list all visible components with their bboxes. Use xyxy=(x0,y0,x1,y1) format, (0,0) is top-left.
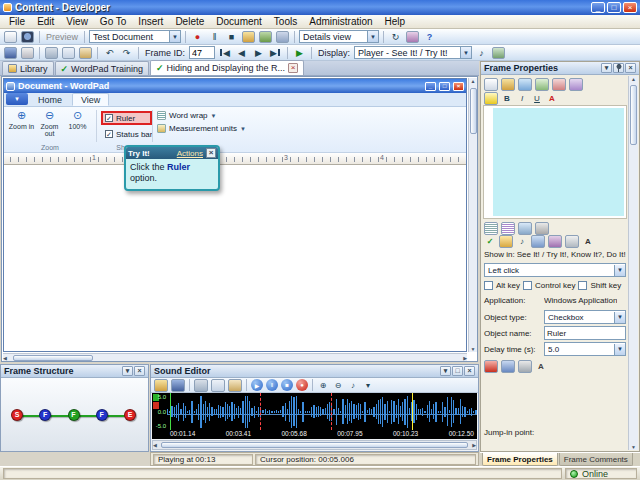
start-marker[interactable] xyxy=(170,393,171,430)
close-icon[interactable]: × xyxy=(453,82,464,91)
waveform-canvas[interactable]: 00:01.14 00:03.41 00:05.68 00:07.95 00:1… xyxy=(167,393,477,439)
play-icon[interactable]: ▶ xyxy=(292,46,307,60)
highlight-box-icon[interactable] xyxy=(552,78,566,91)
preview-button[interactable]: Preview xyxy=(44,32,80,42)
stage-horizontal-scrollbar[interactable]: ◀ ▶ xyxy=(3,353,467,361)
object-type-combo[interactable]: Checkbox ▼ xyxy=(544,310,626,324)
close-icon[interactable]: × xyxy=(464,366,475,376)
zoom-in-button[interactable]: ⊕ Zoom in xyxy=(8,108,35,137)
ribbon-tab-view[interactable]: View xyxy=(72,93,109,106)
zoom-in-icon[interactable]: ⊕ xyxy=(316,379,330,392)
font-color-icon[interactable]: A xyxy=(545,92,559,105)
volume-icon[interactable]: ♪ xyxy=(346,379,360,392)
record-sound-icon[interactable]: ● xyxy=(296,379,308,391)
mouse-icon[interactable] xyxy=(501,360,515,373)
scroll-left-icon[interactable]: ◀ xyxy=(153,442,157,448)
chevron-down-icon[interactable]: ▾ xyxy=(122,366,133,376)
help-icon[interactable]: ? xyxy=(422,30,437,44)
play-sound-icon[interactable]: ▶ xyxy=(251,379,263,391)
maximize-icon[interactable]: □ xyxy=(439,82,450,91)
properties-scrollbar[interactable]: ▲ ▼ xyxy=(628,76,638,450)
maximize-icon[interactable]: □ xyxy=(607,2,621,13)
record-icon[interactable]: ● xyxy=(190,30,205,44)
paste-icon[interactable] xyxy=(79,47,92,59)
paste-icon[interactable] xyxy=(228,379,242,392)
segment-marker[interactable] xyxy=(331,393,332,430)
close-icon[interactable]: × xyxy=(625,63,636,73)
display-combo[interactable]: Player - See It! / Try It! ▼ xyxy=(354,46,472,59)
scroll-up-icon[interactable]: ▲ xyxy=(631,76,636,82)
menu-tools[interactable]: Tools xyxy=(268,16,303,27)
image-box-icon[interactable] xyxy=(535,78,549,91)
underline-icon[interactable]: U xyxy=(530,92,544,105)
stop-sound-icon[interactable]: ■ xyxy=(281,379,293,391)
document-canvas[interactable] xyxy=(4,165,466,351)
cut-icon[interactable] xyxy=(194,379,208,392)
film-icon[interactable] xyxy=(548,235,562,248)
view-mode-combo[interactable]: Details view ▼ xyxy=(299,30,379,43)
frame-node[interactable]: F xyxy=(39,409,51,421)
scroll-down-icon[interactable]: ▼ xyxy=(631,444,636,450)
frame-node-start[interactable]: S xyxy=(11,409,23,421)
cut-icon[interactable] xyxy=(45,47,58,59)
click-action-combo[interactable]: Left click ▼ xyxy=(484,263,626,277)
screen-capture-icon[interactable] xyxy=(21,31,34,43)
frame-id-field[interactable] xyxy=(189,46,215,59)
interaction-icon[interactable] xyxy=(484,360,498,373)
first-frame-icon[interactable]: ◀ xyxy=(217,46,232,60)
undo-icon[interactable]: ↶ xyxy=(102,46,117,60)
bold-icon[interactable]: B xyxy=(500,92,514,105)
menu-file[interactable]: File xyxy=(3,16,31,27)
organize-icon[interactable] xyxy=(276,31,289,43)
chevron-down-icon[interactable]: ▾ xyxy=(601,63,612,73)
print-icon[interactable] xyxy=(565,235,579,248)
close-icon[interactable]: × xyxy=(134,366,145,376)
pin-icon[interactable] xyxy=(613,63,624,73)
shift-key-checkbox[interactable] xyxy=(578,281,587,290)
close-icon[interactable]: × xyxy=(623,2,637,13)
frame-node-end[interactable]: E xyxy=(124,409,136,421)
delay-time-combo[interactable]: 5.0 ▼ xyxy=(544,342,626,356)
scrollbar-thumb[interactable] xyxy=(161,442,468,448)
tab-frame-properties[interactable]: Frame Properties xyxy=(482,453,558,466)
zoom-100-button[interactable]: ⊙ 100% xyxy=(64,108,91,137)
open-sound-icon[interactable] xyxy=(154,379,168,392)
print-icon[interactable] xyxy=(21,47,34,59)
stop-capture-icon[interactable]: ■ xyxy=(224,30,239,44)
tab-frame-comments[interactable]: Frame Comments xyxy=(559,453,633,466)
scrollbar-thumb[interactable] xyxy=(630,85,637,145)
ruler-checkbox[interactable]: ✓ Ruler xyxy=(101,111,152,125)
copy-icon[interactable] xyxy=(62,47,75,59)
document-combo[interactable]: Test Document ▼ xyxy=(89,30,181,43)
scrollbar-thumb[interactable] xyxy=(470,88,477,134)
save-sound-icon[interactable] xyxy=(171,379,185,392)
wordpad-menu-button[interactable]: ▾ xyxy=(6,93,28,105)
menu-help[interactable]: Help xyxy=(379,16,412,27)
frame-node[interactable]: F xyxy=(68,409,80,421)
tab-wordpad-training[interactable]: ✓ WordPad Training xyxy=(55,61,149,75)
control-key-checkbox[interactable] xyxy=(523,281,532,290)
frame-preview[interactable] xyxy=(483,105,627,219)
alt-key-checkbox[interactable] xyxy=(484,281,493,290)
sound-icon[interactable]: ♪ xyxy=(474,46,489,60)
import-icon[interactable] xyxy=(242,31,255,43)
next-frame-icon[interactable]: ▶ xyxy=(251,46,266,60)
zoom-out-button[interactable]: ⊖ Zoom out xyxy=(36,108,63,137)
maximize-icon[interactable]: □ xyxy=(452,366,463,376)
ribbon-tab-home[interactable]: Home xyxy=(30,93,70,106)
pan-icon[interactable] xyxy=(501,78,515,91)
scroll-right-icon[interactable]: ▶ xyxy=(463,355,467,361)
font-icon[interactable]: A xyxy=(581,235,595,248)
image-icon[interactable] xyxy=(531,235,545,248)
chevron-down-icon[interactable]: ▾ xyxy=(440,366,451,376)
pause-capture-icon[interactable]: ‖ xyxy=(207,30,222,44)
refresh-icon[interactable]: ↻ xyxy=(388,30,403,44)
status-bar-checkbox[interactable]: ✓ Status bar xyxy=(101,128,152,140)
tab-active-document[interactable]: ✓ Hiding and Displaying the R... × xyxy=(150,60,304,75)
chevron-down-icon[interactable]: ▼ xyxy=(614,312,625,323)
scroll-down-icon[interactable]: ▼ xyxy=(471,346,476,352)
minimize-icon[interactable]: _ xyxy=(425,82,436,91)
frame-node[interactable]: F xyxy=(96,409,108,421)
previous-frame-icon[interactable]: ◀ xyxy=(234,46,249,60)
chevron-down-icon[interactable]: ▼ xyxy=(460,47,471,58)
